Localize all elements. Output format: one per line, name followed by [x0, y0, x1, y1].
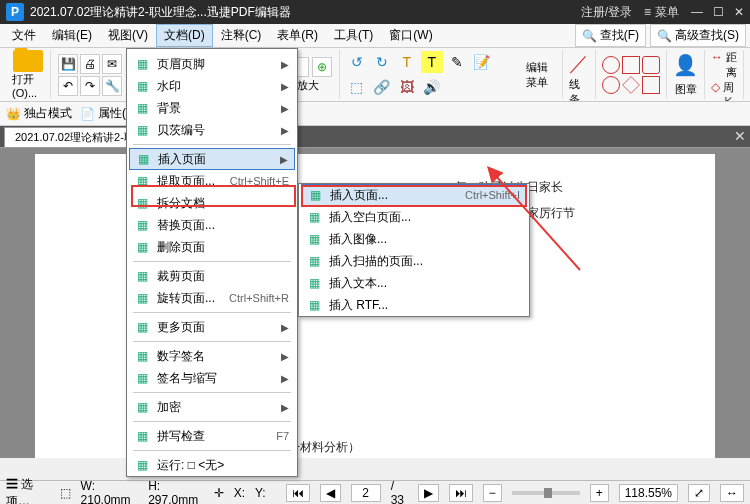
- image-icon[interactable]: 🖼: [396, 76, 418, 98]
- secondary-toolbar: 👑独占模式 📄属性(P)...: [0, 102, 750, 126]
- doc-plus-icon: ▦: [305, 209, 323, 225]
- menu-item[interactable]: ▦数字签名▶: [127, 345, 297, 367]
- menu-item[interactable]: ▦更多页面▶: [127, 316, 297, 338]
- page-width-label: W: 210.0mm: [81, 479, 139, 505]
- doc-icon: ▦: [133, 319, 151, 335]
- minimize-button[interactable]: —: [691, 5, 703, 19]
- menu-item[interactable]: ▦背景▶: [127, 97, 297, 119]
- open-file-icon[interactable]: [13, 50, 43, 72]
- doc-icon: ▦: [133, 78, 151, 94]
- menu-item[interactable]: ▦替换页面...: [127, 214, 297, 236]
- find-button[interactable]: 🔍 查找(F): [575, 24, 646, 47]
- submenu-item[interactable]: ▦插入 RTF...: [299, 294, 529, 316]
- doc-icon: ▦: [133, 56, 151, 72]
- stamp-label: 图章: [675, 82, 697, 97]
- page-number-input[interactable]: [351, 484, 381, 502]
- menu-item[interactable]: ▦加密▶: [127, 396, 297, 418]
- crop-icon[interactable]: ⬚: [60, 486, 71, 500]
- mail-icon[interactable]: ✉: [102, 54, 122, 74]
- line-label: 线条: [569, 77, 589, 102]
- doc-icon: ▦: [133, 457, 151, 473]
- doc-icon: ▦: [133, 195, 151, 211]
- note-icon[interactable]: 📝: [471, 51, 493, 73]
- shape-grid[interactable]: [602, 56, 660, 94]
- menu-tools[interactable]: 工具(T): [326, 24, 381, 47]
- first-page-button[interactable]: ⏮: [286, 484, 310, 502]
- stamp-icon[interactable]: 👤: [673, 53, 698, 77]
- doc-icon: ▦: [133, 217, 151, 233]
- submenu-item[interactable]: ▦插入扫描的页面...: [299, 250, 529, 272]
- menu-item[interactable]: ▦拼写检查F7: [127, 425, 297, 447]
- print-icon[interactable]: 🖨: [80, 54, 100, 74]
- perimeter-label[interactable]: 周长: [723, 80, 737, 102]
- line-tool-icon[interactable]: ／: [569, 50, 589, 77]
- doc-plus-icon: ▦: [305, 253, 323, 269]
- pencil-icon[interactable]: ✎: [446, 51, 468, 73]
- doc-plus-icon: ▦: [305, 231, 323, 247]
- window-title: 2021.07.02理论精讲2-职业理念...迅捷PDF编辑器: [30, 4, 581, 21]
- undo-icon[interactable]: ↶: [58, 76, 78, 96]
- doc-icon: ▦: [133, 290, 151, 306]
- advanced-find-button[interactable]: 🔍 高级查找(S): [650, 24, 746, 47]
- document-menu-dropdown: ▦页眉页脚▶▦水印▶▦背景▶▦贝茨编号▶▦插入页面▶▦提取页面...Ctrl+S…: [126, 48, 298, 477]
- menu-item[interactable]: ▦拆分文档...: [127, 192, 297, 214]
- menu-item[interactable]: ▦插入页面▶: [129, 148, 295, 170]
- submenu-item[interactable]: ▦插入空白页面...: [299, 206, 529, 228]
- menu-window[interactable]: 窗口(W): [381, 24, 440, 47]
- maximize-button[interactable]: ☐: [713, 5, 724, 19]
- login-link[interactable]: 注册/登录: [581, 4, 632, 21]
- menu-form[interactable]: 表单(R): [269, 24, 326, 47]
- menu-file[interactable]: 文件: [4, 24, 44, 47]
- doc-icon: ▦: [133, 173, 151, 189]
- submenu-item[interactable]: ▦插入图像...: [299, 228, 529, 250]
- zoom-in-icon[interactable]: ⊕: [312, 57, 332, 77]
- doc-plus-icon: ▦: [306, 187, 324, 203]
- doc-icon: ▦: [133, 399, 151, 415]
- menu-edit[interactable]: 编辑(E): [44, 24, 100, 47]
- zoom-out-button[interactable]: −: [483, 484, 502, 502]
- save-icon[interactable]: 💾: [58, 54, 78, 74]
- y-coord: Y:: [255, 486, 266, 500]
- menu-view[interactable]: 视图(V): [100, 24, 156, 47]
- rotate-right-icon[interactable]: ↻: [371, 51, 393, 73]
- main-toolbar: 打开(O)... 💾🖨✉ ↶↷🔧 55%⊕ 缩小放大 ↺ ↻ T T ✎ 📝 ⬚…: [0, 48, 750, 102]
- last-page-button[interactable]: ⏭: [449, 484, 473, 502]
- fit-width-icon[interactable]: ↔: [720, 484, 744, 502]
- exclusive-mode-button[interactable]: 👑独占模式: [6, 105, 72, 122]
- sound-icon[interactable]: 🔊: [421, 76, 443, 98]
- page-text: 变（单选+材料分析）: [245, 434, 675, 458]
- document-tab-bar: 2021.07.02理论精讲2-职业理… ✕: [0, 126, 750, 148]
- highlight-icon[interactable]: T: [421, 51, 443, 73]
- zoom-slider[interactable]: [512, 491, 580, 495]
- zoom-in-button[interactable]: +: [590, 484, 609, 502]
- menu-comment[interactable]: 注释(C): [213, 24, 270, 47]
- redo-icon[interactable]: ↷: [80, 76, 100, 96]
- menu-item[interactable]: ▦运行: □ <无>: [127, 454, 297, 476]
- menu-item[interactable]: ▦裁剪页面: [127, 265, 297, 287]
- menu-item[interactable]: ▦提取页面...Ctrl+Shift+E: [127, 170, 297, 192]
- menu-button[interactable]: 菜单: [655, 4, 679, 21]
- wrench-icon[interactable]: 🔧: [102, 76, 122, 96]
- menu-item[interactable]: ▦删除页面: [127, 236, 297, 258]
- select-icon[interactable]: ⬚: [346, 76, 368, 98]
- distance-label[interactable]: 距离: [726, 50, 737, 80]
- menu-item[interactable]: ▦签名与缩写▶: [127, 367, 297, 389]
- link-icon[interactable]: 🔗: [371, 76, 393, 98]
- fit-page-icon[interactable]: ⤢: [688, 484, 710, 502]
- menu-item[interactable]: ▦页眉页脚▶: [127, 53, 297, 75]
- menu-item[interactable]: ▦水印▶: [127, 75, 297, 97]
- prev-page-button[interactable]: ◀: [320, 484, 341, 502]
- tab-bar-close-icon[interactable]: ✕: [734, 128, 746, 144]
- menu-document[interactable]: 文档(D): [156, 24, 213, 47]
- next-page-button[interactable]: ▶: [418, 484, 439, 502]
- menu-item[interactable]: ▦贝茨编号▶: [127, 119, 297, 141]
- text-tool-icon[interactable]: T: [396, 51, 418, 73]
- menu-item[interactable]: ▦旋转页面...Ctrl+Shift+R: [127, 287, 297, 309]
- submenu-item[interactable]: ▦插入页面...Ctrl+Shift+I: [301, 184, 527, 206]
- zoom-value[interactable]: 118.55%: [619, 484, 678, 502]
- submenu-item[interactable]: ▦插入文本...: [299, 272, 529, 294]
- rotate-left-icon[interactable]: ↺: [346, 51, 368, 73]
- options-button[interactable]: ☰ 选项…: [6, 476, 50, 505]
- close-button[interactable]: ✕: [734, 5, 744, 19]
- doc-icon: ▦: [133, 348, 151, 364]
